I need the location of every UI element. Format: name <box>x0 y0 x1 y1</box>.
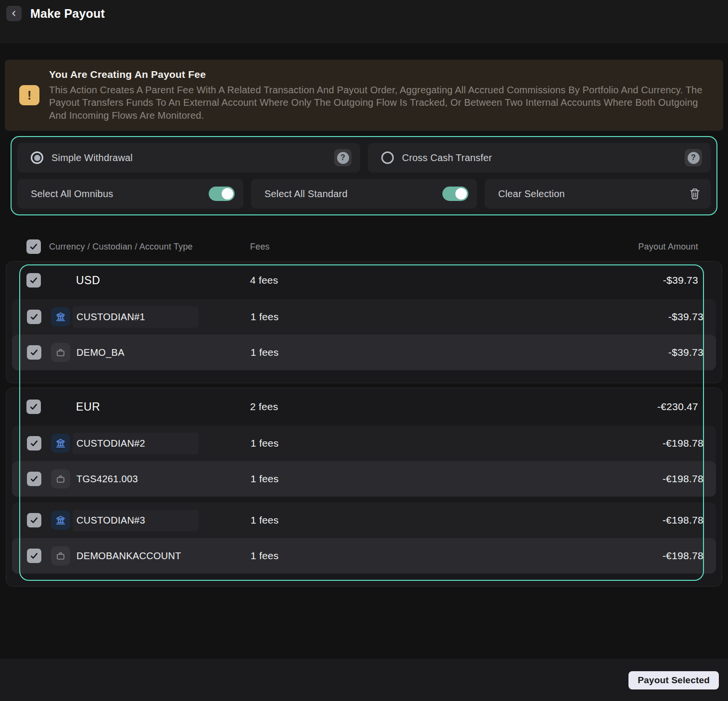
fees-value: 1 fees <box>251 473 663 485</box>
trash-icon[interactable] <box>688 187 702 200</box>
option-label: Cross Cash Transfer <box>402 152 685 163</box>
fees-value: 1 fees <box>251 347 668 358</box>
radio-selected-icon[interactable] <box>31 151 43 164</box>
briefcase-icon <box>51 546 70 565</box>
option-label: Simple Withdrawal <box>51 152 334 163</box>
payout-amount: -€198.78 <box>663 550 703 562</box>
custodian-panel: CUSTODIAN#3 1 fees -€198.78 DEMOBANKACCO… <box>12 502 716 574</box>
warning-icon: ! <box>19 85 39 105</box>
payout-amount: -€198.78 <box>663 473 703 485</box>
bank-icon <box>51 307 70 326</box>
custodian-row: CUSTODIAN#1 1 fees -$39.73 <box>12 299 716 335</box>
row-checkbox[interactable] <box>27 472 41 486</box>
toggle-label: Select All Standard <box>264 188 442 200</box>
column-header-main: Currency / Custodian / Account Type <box>49 242 250 252</box>
checkmark-icon <box>29 438 39 448</box>
row-checkbox[interactable] <box>26 273 41 288</box>
checkmark-icon <box>29 551 39 561</box>
toggle-label: Select All Omnibus <box>31 188 209 200</box>
standard-toggle[interactable] <box>442 187 468 201</box>
custodian-row: CUSTODIAN#2 1 fees -€198.78 <box>12 426 716 461</box>
checkmark-icon <box>29 312 39 322</box>
payout-amount: -$39.73 <box>663 275 698 286</box>
currency-label: USD <box>76 274 250 287</box>
select-all-standard-card: Select All Standard <box>251 179 477 209</box>
chevron-left-icon <box>10 9 18 18</box>
checkmark-icon <box>29 474 39 484</box>
table-header: Currency / Custodian / Account Type Fees… <box>0 232 728 261</box>
help-button[interactable]: ? <box>685 149 702 166</box>
payout-amount: -$39.73 <box>668 311 703 323</box>
custodian-panel: CUSTODIAN#1 1 fees -$39.73 DEMO_BA 1 fee… <box>12 299 716 370</box>
checkmark-icon <box>29 402 38 412</box>
checkmark-icon <box>29 242 38 251</box>
payout-amount: -€230.47 <box>657 401 698 413</box>
bank-icon <box>51 511 70 530</box>
currency-group-usd: USD 4 fees -$39.73 CUSTODIAN#1 1 fees <box>6 261 722 383</box>
custodian-row: CUSTODIAN#3 1 fees -€198.78 <box>12 502 716 538</box>
currency-label: EUR <box>76 401 250 413</box>
fees-value: 1 fees <box>251 311 668 323</box>
warning-title: You Are Creating An Payout Fee <box>49 69 703 80</box>
fees-value: 1 fees <box>251 438 663 449</box>
checkmark-icon <box>29 348 39 357</box>
column-header-fees: Fees <box>250 242 270 252</box>
select-all-omnibus-card: Select All Omnibus <box>17 179 243 209</box>
checkmark-icon <box>29 275 38 285</box>
payout-amount: -€198.78 <box>663 514 703 526</box>
question-icon: ? <box>688 152 700 164</box>
payout-controls: Simple Withdrawal ? Cross Cash Transfer … <box>11 136 717 215</box>
warning-body: This Action Creates A Parent Fee With A … <box>49 84 703 122</box>
help-button[interactable]: ? <box>334 149 351 166</box>
payout-amount: -€198.78 <box>663 438 703 449</box>
row-checkbox[interactable] <box>27 436 41 451</box>
option-simple-withdrawal[interactable]: Simple Withdrawal ? <box>17 143 360 173</box>
account-label: DEMO_BA <box>76 347 251 358</box>
top-bar: Make Payout <box>0 0 728 43</box>
bank-icon <box>51 434 70 453</box>
column-header-amount: Payout Amount <box>638 242 698 252</box>
account-row: DEMOBANKACCOUNT 1 fees -€198.78 <box>12 538 716 574</box>
custodian-label: CUSTODIAN#1 <box>73 306 199 328</box>
account-label: TGS4261.003 <box>76 474 251 485</box>
row-checkbox[interactable] <box>27 549 41 563</box>
option-cross-cash-transfer[interactable]: Cross Cash Transfer ? <box>368 143 711 173</box>
radio-unselected-icon[interactable] <box>381 151 394 164</box>
footer-bar: Payout Selected <box>0 659 728 701</box>
custodian-label: CUSTODIAN#3 <box>73 510 199 531</box>
select-all-checkbox[interactable] <box>26 239 41 254</box>
checkmark-icon <box>29 515 39 525</box>
make-payout-page: Make Payout ! You Are Creating An Payout… <box>0 0 728 701</box>
account-row: DEMO_BA 1 fees -$39.73 <box>12 335 716 370</box>
payout-selected-button[interactable]: Payout Selected <box>628 671 719 689</box>
fees-value: 2 fees <box>250 401 657 413</box>
account-row: TGS4261.003 1 fees -€198.78 <box>12 461 716 497</box>
currency-row: EUR 2 fees -€230.47 <box>6 388 722 426</box>
fees-value: 4 fees <box>250 275 663 286</box>
page-title: Make Payout <box>30 6 105 21</box>
clear-selection-button[interactable]: Clear Selection <box>485 179 711 209</box>
currency-group-eur: EUR 2 fees -€230.47 CUSTODIAN#2 1 fees <box>6 388 722 587</box>
custodian-panel: CUSTODIAN#2 1 fees -€198.78 TGS4261.003 … <box>12 426 716 497</box>
currency-row: USD 4 fees -$39.73 <box>6 262 722 299</box>
warning-banner: ! You Are Creating An Payout Fee This Ac… <box>5 60 723 131</box>
row-checkbox[interactable] <box>26 400 41 414</box>
question-icon: ? <box>337 152 349 164</box>
payout-table: USD 4 fees -$39.73 CUSTODIAN#1 1 fees <box>0 261 728 587</box>
back-button[interactable] <box>6 6 22 21</box>
omnibus-toggle[interactable] <box>209 187 235 201</box>
clear-selection-label: Clear Selection <box>498 188 688 200</box>
briefcase-icon <box>51 469 70 488</box>
account-label: DEMOBANKACCOUNT <box>76 551 251 562</box>
row-checkbox[interactable] <box>27 345 41 360</box>
fees-value: 1 fees <box>251 514 663 526</box>
fees-value: 1 fees <box>251 550 663 562</box>
payout-amount: -$39.73 <box>668 347 703 358</box>
row-checkbox[interactable] <box>27 310 41 324</box>
custodian-label: CUSTODIAN#2 <box>73 433 199 454</box>
row-checkbox[interactable] <box>27 513 41 527</box>
briefcase-icon <box>51 343 70 362</box>
